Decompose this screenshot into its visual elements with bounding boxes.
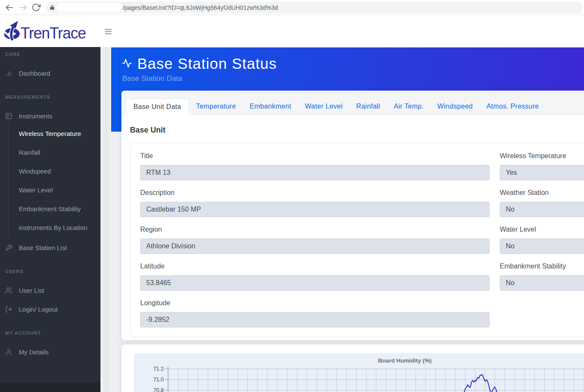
- svg-text:71.0: 71.0: [153, 377, 164, 383]
- svg-text:71.2: 71.2: [153, 366, 164, 372]
- svg-text:70.8: 70.8: [153, 387, 164, 392]
